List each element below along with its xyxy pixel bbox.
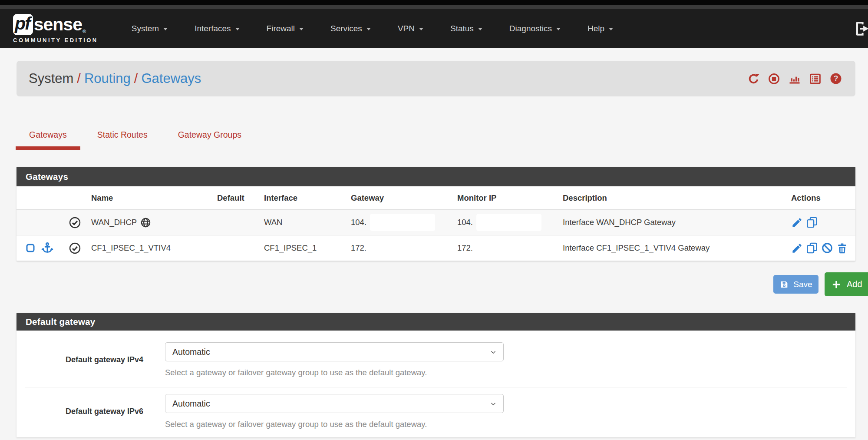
- nav-menu: System Interfaces Firewall Services VPN …: [118, 24, 627, 33]
- globe-icon: [140, 217, 151, 228]
- pfsense-logo-reg: ®: [83, 29, 86, 34]
- breadcrumb: System/Routing/Gateways: [29, 71, 201, 86]
- tab-static-routes[interactable]: Static Routes: [84, 123, 161, 150]
- col-description: Description: [563, 193, 791, 203]
- nav-item-system[interactable]: System: [118, 24, 181, 33]
- default-gateway-ipv4-help: Select a gateway or failover gateway gro…: [165, 368, 504, 377]
- breadcrumb-system: System: [29, 71, 73, 86]
- nav-item-status[interactable]: Status: [437, 24, 496, 33]
- default-gateway-ipv4-row: Default gateway IPv4 Automatic Select a …: [17, 342, 855, 377]
- nav-item-firewall[interactable]: Firewall: [253, 24, 317, 33]
- gateway-description: Interface CF1_IPSEC_1_VTIV4 Gateway: [563, 243, 791, 253]
- default-gateway-panel: Default gateway Default gateway IPv4 Aut…: [17, 313, 855, 437]
- svg-text:?: ?: [833, 74, 838, 83]
- help-icon[interactable]: ?: [829, 72, 842, 85]
- breadcrumb-separator: /: [73, 71, 84, 86]
- bar-chart-icon[interactable]: [788, 73, 801, 85]
- chevron-down-icon: [366, 28, 371, 30]
- save-button-label: Save: [793, 280, 812, 289]
- ban-icon[interactable]: [821, 242, 833, 254]
- nav-item-diagnostics[interactable]: Diagnostics: [496, 24, 574, 33]
- pfsense-logo-edition: COMMUNITY EDITION: [13, 37, 98, 43]
- plus-icon: [831, 279, 842, 290]
- default-gateway-panel-title: Default gateway: [17, 313, 855, 331]
- gateways-panel: Gateways Name Default Interface Gateway …: [17, 167, 855, 261]
- pfsense-logo-pf: pf: [13, 14, 33, 35]
- nav-item-label: System: [132, 24, 159, 33]
- nav-item-label: Firewall: [267, 24, 295, 33]
- breadcrumb-separator: /: [131, 71, 142, 86]
- nav-item-help[interactable]: Help: [574, 24, 627, 33]
- default-gateway-ipv6-select[interactable]: Automatic: [165, 394, 504, 413]
- table-row-wan-dhcp: WAN_DHCP WAN 104. 104. Interface WAN_DHC…: [17, 209, 855, 235]
- tab-gateways[interactable]: Gateways: [16, 123, 80, 150]
- default-gateway-ipv4-value: Automatic: [172, 347, 210, 357]
- gateway-status-icon: [69, 242, 91, 255]
- table-row-cf1-ipsec: CF1_IPSEC_1_VTIV4 CF1_IPSEC_1 172. 172. …: [17, 235, 855, 261]
- refresh-icon[interactable]: [747, 73, 760, 85]
- form-divider: [25, 387, 847, 387]
- copy-icon[interactable]: [806, 216, 818, 228]
- default-gateway-ipv4-label: Default gateway IPv4: [17, 355, 143, 364]
- add-button-label: Add: [847, 279, 862, 289]
- chevron-down-icon: [419, 28, 423, 30]
- default-gateway-ipv6-row: Default gateway IPv6 Automatic Select a …: [17, 394, 855, 429]
- tab-gateway-groups[interactable]: Gateway Groups: [165, 123, 255, 150]
- col-gateway: Gateway: [351, 193, 457, 203]
- chevron-down-icon: [556, 28, 561, 30]
- log-list-icon[interactable]: [809, 73, 822, 85]
- sign-out-icon[interactable]: [853, 20, 868, 38]
- edit-icon[interactable]: [791, 242, 803, 254]
- gateway-status-icon: [69, 216, 91, 229]
- nav-item-services[interactable]: Services: [317, 24, 384, 33]
- copy-icon[interactable]: [806, 242, 818, 254]
- routing-tabs: Gateways Static Routes Gateway Groups: [16, 123, 258, 150]
- window-top-edge: [0, 0, 868, 5]
- breadcrumb-icon-group: ?: [747, 72, 842, 85]
- chevron-down-icon: [489, 348, 497, 356]
- breadcrumb-routing-link[interactable]: Routing: [84, 71, 131, 86]
- edit-icon[interactable]: [791, 217, 803, 228]
- chevron-down-icon: [235, 28, 240, 30]
- pfsense-logo[interactable]: pf sense ® COMMUNITY EDITION: [13, 14, 98, 43]
- breadcrumb-gateways-link[interactable]: Gateways: [141, 71, 201, 86]
- gateways-panel-title: Gateways: [17, 167, 855, 186]
- nav-item-label: Interfaces: [195, 24, 231, 33]
- window-title-strip: [0, 5, 868, 9]
- gateway-interface: CF1_IPSEC_1: [264, 243, 351, 253]
- nav-item-label: VPN: [398, 24, 415, 33]
- delete-icon[interactable]: [836, 242, 848, 254]
- anchor-icon[interactable]: [41, 242, 54, 255]
- gateway-name: WAN_DHCP: [91, 218, 137, 227]
- col-default: Default: [217, 193, 264, 203]
- nav-item-vpn[interactable]: VPN: [384, 24, 437, 33]
- monitor-ip: 104.: [457, 218, 473, 227]
- redaction-box: [370, 214, 435, 231]
- default-gateway-ipv4-select[interactable]: Automatic: [165, 342, 504, 361]
- redaction-box: [476, 214, 541, 231]
- breadcrumb-bar: System/Routing/Gateways: [17, 61, 855, 96]
- gateway-name: CF1_IPSEC_1_VTIV4: [91, 243, 217, 253]
- save-button[interactable]: Save: [773, 275, 818, 294]
- square-icon[interactable]: [25, 243, 36, 253]
- main-navbar: pf sense ® COMMUNITY EDITION System Inte…: [0, 9, 868, 48]
- gateway-address: 104.: [351, 218, 366, 227]
- nav-item-label: Status: [450, 24, 474, 33]
- col-interface: Interface: [264, 193, 351, 203]
- gateway-interface: WAN: [264, 218, 351, 227]
- col-actions: Actions: [791, 193, 855, 203]
- chevron-down-icon: [489, 400, 497, 408]
- nav-item-interfaces[interactable]: Interfaces: [181, 24, 253, 33]
- nav-item-label: Help: [587, 24, 604, 33]
- nav-item-label: Diagnostics: [509, 24, 552, 33]
- chevron-down-icon: [478, 28, 482, 30]
- chevron-down-icon: [163, 28, 168, 30]
- chevron-down-icon: [609, 28, 613, 30]
- save-icon: [779, 280, 789, 289]
- gateway-description: Interface WAN_DHCP Gateway: [563, 218, 791, 227]
- add-button[interactable]: Add: [825, 272, 868, 296]
- pfsense-logo-sense: sense: [34, 16, 82, 33]
- stop-circle-icon[interactable]: [768, 73, 780, 85]
- gateway-address: 172.: [351, 243, 457, 253]
- pfsense-logo-row: pf sense ®: [13, 14, 98, 35]
